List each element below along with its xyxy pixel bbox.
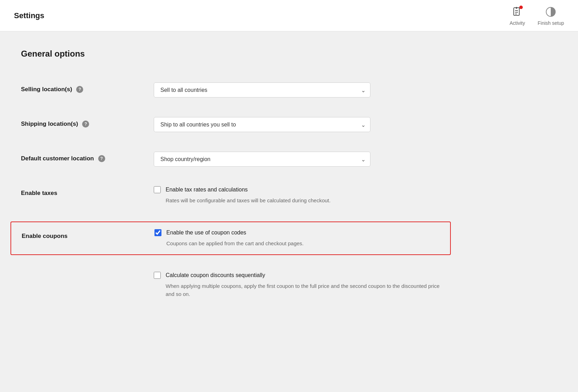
shipping-locations-row: Shipping location(s) ? Ship to all count… — [21, 107, 440, 142]
half-circle-icon — [545, 6, 556, 17]
selling-locations-label-col: Selling location(s) ? — [21, 82, 140, 93]
enable-coupons-label-col: Enable coupons — [22, 229, 140, 240]
enable-coupons-control: Enable the use of coupon codes Coupons c… — [154, 229, 440, 248]
svg-rect-1 — [516, 7, 517, 9]
shipping-locations-label-col: Shipping location(s) ? — [21, 117, 140, 128]
selling-locations-label: Selling location(s) — [21, 86, 72, 93]
finish-setup-label: Finish setup — [538, 20, 564, 26]
enable-coupons-highlight-box: Enable coupons Enable the use of coupon … — [10, 222, 451, 255]
enable-taxes-helper-text: Rates will be configurable and taxes wil… — [166, 197, 440, 205]
enable-coupons-section: Enable coupons Enable the use of coupon … — [21, 215, 440, 262]
calculate-coupons-checkbox-row: Calculate coupon discounts sequentially — [154, 272, 440, 279]
top-bar-actions: Activity Finish setup — [510, 6, 564, 26]
enable-coupons-checkbox-row: Enable the use of coupon codes — [154, 229, 440, 236]
selling-locations-help-icon[interactable]: ? — [76, 86, 83, 93]
calculate-coupons-helper-text: When applying multiple coupons, apply th… — [166, 282, 440, 298]
shipping-locations-control: Ship to all countries you sell to Ship t… — [154, 117, 440, 132]
enable-taxes-label: Enable taxes — [21, 190, 57, 197]
enable-coupons-checkbox[interactable] — [154, 229, 161, 236]
calculate-coupons-checkbox[interactable] — [154, 272, 161, 279]
top-bar: Settings Activity Fi — [0, 0, 578, 31]
enable-taxes-checkbox-row: Enable tax rates and calculations — [154, 186, 440, 193]
activity-label: Activity — [510, 20, 525, 26]
default-customer-location-label: Default customer location — [21, 155, 94, 162]
enable-coupons-label: Enable coupons — [22, 233, 67, 239]
shipping-locations-label: Shipping location(s) — [21, 121, 78, 128]
enable-taxes-checkbox[interactable] — [154, 186, 161, 193]
calculate-coupons-label-col — [21, 272, 140, 275]
selling-locations-control: Sell to all countries Sell to specific c… — [154, 82, 440, 97]
shipping-locations-select[interactable]: Ship to all countries you sell to Ship t… — [154, 117, 370, 132]
activity-notification-dot — [519, 6, 523, 9]
activity-action[interactable]: Activity — [510, 6, 525, 26]
section-title: General options — [21, 49, 440, 59]
default-customer-location-help-icon[interactable]: ? — [98, 155, 105, 162]
default-customer-location-label-col: Default customer location ? — [21, 152, 140, 162]
enable-taxes-label-col: Enable taxes — [21, 186, 140, 197]
enable-taxes-checkbox-label: Enable tax rates and calculations — [166, 187, 248, 193]
default-customer-location-select[interactable]: Shop country/region Geolocate No locatio… — [154, 152, 370, 167]
default-customer-location-select-wrapper: Shop country/region Geolocate No locatio… — [154, 152, 370, 167]
selling-locations-select-wrapper: Sell to all countries Sell to specific c… — [154, 82, 370, 97]
enable-taxes-row: Enable taxes Enable tax rates and calcul… — [21, 176, 440, 215]
calculate-coupons-checkbox-label: Calculate coupon discounts sequentially — [166, 272, 265, 278]
shipping-locations-select-wrapper: Ship to all countries you sell to Ship t… — [154, 117, 370, 132]
enable-coupons-helper-text: Coupons can be applied from the cart and… — [166, 240, 440, 248]
calculate-coupons-row: Calculate coupon discounts sequentially … — [21, 262, 440, 308]
shipping-locations-help-icon[interactable]: ? — [82, 121, 89, 128]
finish-setup-icon-wrap — [544, 6, 557, 18]
default-customer-location-control: Shop country/region Geolocate No locatio… — [154, 152, 440, 167]
default-customer-location-row: Default customer location ? Shop country… — [21, 142, 440, 176]
selling-locations-row: Selling location(s) ? Sell to all countr… — [21, 73, 440, 107]
enable-coupons-checkbox-label: Enable the use of coupon codes — [166, 230, 246, 236]
enable-coupons-row: Enable coupons Enable the use of coupon … — [22, 229, 440, 248]
calculate-coupons-control: Calculate coupon discounts sequentially … — [154, 272, 440, 298]
selling-locations-select[interactable]: Sell to all countries Sell to specific c… — [154, 82, 370, 97]
main-content: General options Selling location(s) ? Se… — [0, 31, 461, 325]
finish-setup-action[interactable]: Finish setup — [538, 6, 564, 26]
enable-taxes-control: Enable tax rates and calculations Rates … — [154, 186, 440, 205]
activity-icon-wrap — [511, 6, 523, 18]
page-title: Settings — [14, 11, 44, 20]
